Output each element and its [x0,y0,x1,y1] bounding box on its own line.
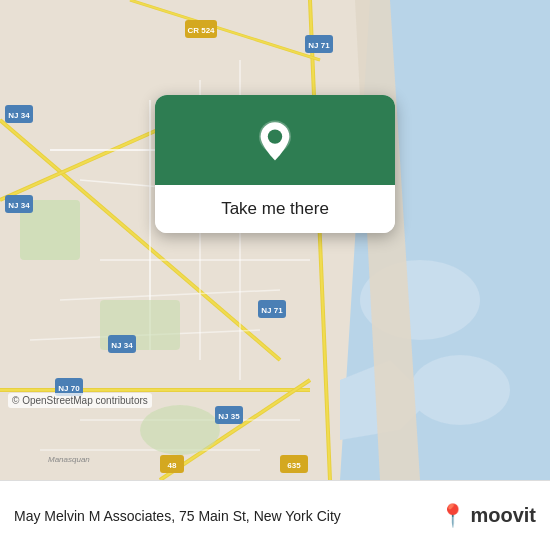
svg-text:CR 524: CR 524 [187,26,215,35]
moovit-text: moovit [470,504,536,527]
svg-point-3 [410,355,510,425]
svg-text:NJ 71: NJ 71 [308,41,330,50]
popup-card: Take me there [155,95,395,233]
svg-text:NJ 35: NJ 35 [218,412,240,421]
svg-text:NJ 34: NJ 34 [8,201,30,210]
business-name: May Melvin M Associates, 75 Main St, New… [14,508,431,524]
svg-text:NJ 34: NJ 34 [8,111,30,120]
take-me-there-button[interactable]: Take me there [155,185,395,233]
svg-text:48: 48 [168,461,177,470]
svg-text:NJ 71: NJ 71 [261,306,283,315]
moovit-pin-icon: 📍 [439,503,466,529]
svg-text:NJ 34: NJ 34 [111,341,133,350]
svg-point-53 [268,129,282,143]
location-pin-icon [251,119,299,167]
map-attribution: © OpenStreetMap contributors [8,393,152,408]
svg-text:635: 635 [287,461,301,470]
svg-text:Manasquan: Manasquan [48,455,90,464]
map-container: NJ 34 NJ 34 NJ 34 CR 524 NJ 71 NJ 71 NJ … [0,0,550,480]
svg-text:NJ 70: NJ 70 [58,384,80,393]
bottom-bar: May Melvin M Associates, 75 Main St, New… [0,480,550,550]
moovit-logo: 📍 moovit [439,503,536,529]
svg-point-30 [140,405,220,455]
popup-top [155,95,395,185]
